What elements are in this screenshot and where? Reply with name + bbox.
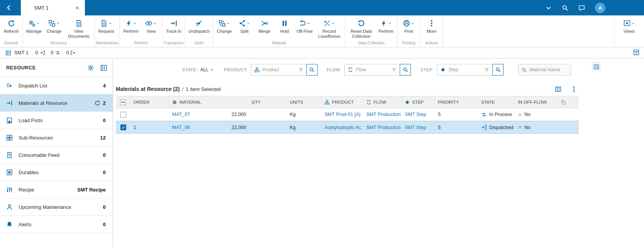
chevron-left-icon: [5, 4, 12, 11]
advanced-filter-icon[interactable]: [392, 67, 397, 72]
product-link[interactable]: SMT Prod-01 [A]: [325, 112, 360, 117]
product-link[interactable]: Acetylsalicylic Ac: [325, 125, 361, 130]
tab-close-icon[interactable]: [75, 5, 80, 10]
sidebar-item-load-ports[interactable]: Load Ports0: [0, 112, 113, 129]
ribbon-button-split[interactable]: Split: [234, 18, 254, 35]
column-header-flow[interactable]: FLOW: [363, 96, 402, 108]
ribbon-button-perform[interactable]: Perform: [121, 18, 141, 35]
back-button[interactable]: [0, 4, 18, 11]
panel-toggle-button[interactable]: [592, 62, 600, 71]
sidebar-item-recipe[interactable]: RecipeSMT Recipe: [0, 181, 113, 198]
column-header-material[interactable]: MATERIAL: [169, 96, 211, 108]
product-filter-input-group: [251, 64, 307, 76]
flow-filter-input[interactable]: [356, 67, 389, 72]
column-header-step[interactable]: STEP: [402, 96, 435, 108]
step-filter: STEP:: [420, 64, 504, 76]
material-link[interactable]: MAT_07: [172, 112, 190, 117]
ribbon-button-track-in[interactable]: Track-In: [164, 18, 184, 35]
sidebar-item-materials-at-resource[interactable]: Materials at Resource2: [0, 94, 113, 112]
grid-row-mat-06[interactable]: 1MAT_0622,000KgAcetylsalicylic AcSMT Pro…: [116, 121, 579, 134]
ribbon-button-print[interactable]: Print: [399, 18, 419, 35]
track-in-icon: [6, 100, 13, 106]
column-header-state[interactable]: STATE: [478, 96, 515, 108]
refresh-icon: [8, 20, 15, 27]
material-name-search: [518, 64, 571, 76]
ribbon-button-undispatch[interactable]: Undispatch: [186, 18, 211, 35]
ribbon-button-off-flow[interactable]: Off-Flow: [294, 18, 314, 35]
chevron-down-icon[interactable]: [545, 5, 552, 11]
ribbon-button-perform[interactable]: Perform: [376, 18, 396, 35]
ribbon-button-more[interactable]: More: [421, 18, 441, 35]
ribbon-group-transaction: Track-InTransaction: [162, 15, 185, 47]
column-header-qty[interactable]: QTY: [211, 96, 287, 108]
ribbon-button-view[interactable]: View: [141, 18, 161, 35]
global-search-icon[interactable]: [562, 5, 568, 11]
chevron-down-icon: [307, 22, 310, 25]
sidebar-item-durables[interactable]: Durables0: [0, 164, 113, 181]
views-button[interactable]: Views: [614, 15, 644, 47]
step-filter-input[interactable]: [448, 67, 482, 72]
row-checkbox[interactable]: [116, 121, 130, 133]
tab-smt1[interactable]: SMT 1: [21, 0, 85, 15]
ribbon-button-request[interactable]: Request: [96, 18, 116, 35]
select-all-checkbox[interactable]: [116, 96, 130, 108]
grid-title-bar: Materials at Resource (2) / 1 Item Selec…: [116, 82, 579, 96]
column-header-order[interactable]: ORDER: [130, 96, 169, 108]
sidebar-item-sub-resources[interactable]: Sub-Resources12: [0, 129, 113, 146]
feedback-icon[interactable]: [578, 5, 585, 11]
filter-bar: STATE: ALL PRODUCT: FLOW:: [116, 64, 579, 76]
flow-search-button[interactable]: [400, 64, 411, 76]
counter-dispatched: 0: [35, 50, 45, 55]
ribbon-button-hold[interactable]: Hold: [274, 18, 294, 35]
sidebar-item-alerts[interactable]: Alerts0: [0, 216, 113, 233]
state-filter[interactable]: STATE: ALL: [182, 67, 214, 72]
column-header-priority[interactable]: PRIORITY: [435, 96, 478, 108]
column-header-units[interactable]: UNITS: [287, 96, 321, 108]
flow-link[interactable]: SMT Production: [366, 112, 401, 117]
product-search-button[interactable]: [306, 64, 318, 76]
chevron-down-icon: [133, 22, 137, 25]
tab-title: SMT 1: [34, 5, 75, 11]
dashboard-panel-button[interactable]: [633, 49, 639, 57]
cell-step: SMT Step: [402, 121, 435, 133]
material-link[interactable]: MAT_06: [172, 125, 190, 130]
user-avatar[interactable]: A: [595, 3, 605, 13]
search-icon: [309, 67, 314, 72]
ribbon-button-manage[interactable]: Manage: [24, 18, 44, 35]
collapse-panel-icon[interactable]: [100, 64, 107, 71]
sidebar-item-consumable-feed[interactable]: Consumable Feed0: [0, 146, 113, 164]
ribbon-button-reset-data-collection[interactable]: Reset Data Collection: [347, 18, 376, 39]
grid-row-mat-07[interactable]: MAT_0722,000KgSMT Prod-01 [A]SMT Product…: [116, 108, 579, 121]
flow-link[interactable]: SMT Production: [366, 125, 401, 130]
ribbon-group-label: Printing: [399, 40, 419, 47]
sidebar-item-upcoming-maintenance[interactable]: Upcoming Maintenance0: [0, 198, 113, 216]
ribbon-button-change[interactable]: Change: [214, 18, 234, 35]
product-filter-label: PRODUCT:: [224, 67, 247, 72]
flow-filter: FLOW:: [327, 64, 411, 76]
column-header-product[interactable]: PRODUCT: [321, 96, 363, 108]
flow-filter-label: FLOW:: [327, 67, 341, 72]
step-filter-label: STEP:: [420, 67, 434, 72]
cell-units: Kg: [287, 108, 321, 121]
step-search-button[interactable]: [492, 64, 504, 76]
product-filter-input[interactable]: [262, 67, 296, 72]
ribbon-button-record-loss-bonus[interactable]: Record Loss/Bonus: [314, 18, 344, 39]
step-link[interactable]: SMT Step: [405, 112, 426, 117]
advanced-filter-icon[interactable]: [298, 67, 303, 72]
gear-icon[interactable]: [87, 64, 94, 71]
sidebar-item-dispatch-list[interactable]: Dispatch List4: [0, 77, 113, 94]
column-header-in-off-flow[interactable]: IN OFF-FLOW: [515, 96, 558, 108]
more-options-icon[interactable]: [571, 86, 577, 92]
ribbon-button-merge[interactable]: Merge: [254, 18, 274, 35]
ribbon-button-change[interactable]: Change: [44, 18, 64, 35]
advanced-filter-icon[interactable]: [484, 67, 489, 72]
row-checkbox[interactable]: [116, 108, 130, 121]
cell-flow: SMT Production: [363, 108, 402, 121]
ribbon-button-refresh[interactable]: Refresh: [1, 18, 21, 35]
column-header-attachments[interactable]: [558, 96, 579, 108]
column-chooser-icon[interactable]: [555, 86, 561, 92]
step-link[interactable]: SMT Step: [405, 125, 426, 130]
material-name-input[interactable]: [529, 67, 568, 72]
ribbon-button-view-documents[interactable]: View Documents: [64, 18, 93, 39]
search-icon: [495, 67, 501, 72]
